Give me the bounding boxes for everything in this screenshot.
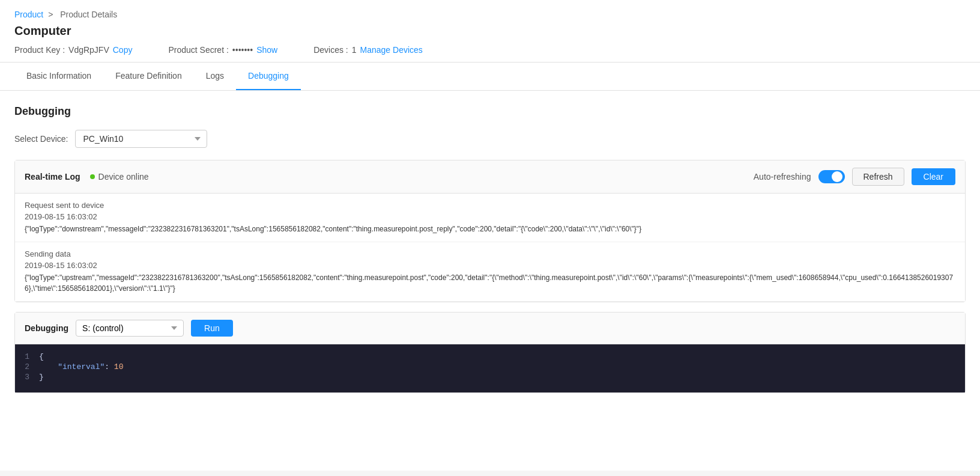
log-time: 2019-08-15 16:03:02: [25, 261, 955, 270]
tab-debugging[interactable]: Debugging: [236, 63, 301, 90]
product-key-item: Product Key : VdgRpJFV Copy: [14, 45, 132, 55]
refresh-button[interactable]: Refresh: [852, 168, 904, 186]
manage-devices-link[interactable]: Manage Devices: [360, 45, 423, 55]
realtime-log-title: Real-time Log: [25, 172, 80, 182]
realtime-log-panel: Real-time Log Device online Auto-refresh…: [14, 160, 966, 302]
show-secret-button[interactable]: Show: [256, 45, 277, 55]
json-colon: :: [104, 362, 114, 371]
header: Product > Product Details Computer Produ…: [0, 0, 980, 63]
clear-button[interactable]: Clear: [912, 168, 955, 185]
product-secret-item: Product Secret : ••••••• Show: [168, 45, 277, 55]
product-secret-label: Product Secret :: [168, 45, 228, 55]
devices-count: 1: [352, 45, 357, 55]
select-device-label: Select Device:: [14, 134, 68, 144]
product-key-value: VdgRpJFV: [68, 45, 109, 55]
debug-bottom-label: Debugging: [25, 323, 68, 333]
json-key: "interval": [58, 362, 104, 371]
line-content: {: [39, 352, 965, 361]
log-area: Request sent to device 2019-08-15 16:03:…: [15, 194, 965, 302]
debug-bottom-header: Debugging S: (control) Run: [15, 313, 965, 344]
realtime-header-right: Auto-refreshing Refresh Clear: [754, 168, 955, 186]
breadcrumb-separator: >: [48, 10, 53, 19]
log-time: 2019-08-15 16:03:02: [25, 212, 955, 221]
breadcrumb: Product > Product Details: [14, 10, 966, 19]
log-type: Sending data: [25, 249, 955, 258]
product-key-label: Product Key :: [14, 45, 65, 55]
product-secret-value: •••••••: [232, 45, 253, 55]
debug-control-select[interactable]: S: (control): [76, 320, 184, 337]
toggle-slider: [818, 170, 845, 183]
code-line-2: 2 "interval": 10: [15, 362, 965, 372]
log-entry: Request sent to device 2019-08-15 16:03:…: [15, 194, 965, 242]
devices-label: Devices :: [313, 45, 348, 55]
tab-feature-definition[interactable]: Feature Definition: [103, 63, 194, 90]
auto-refresh-label: Auto-refreshing: [754, 172, 811, 182]
device-status-text: Device online: [98, 172, 149, 182]
line-content: }: [39, 373, 965, 382]
breadcrumb-current: Product Details: [60, 10, 117, 19]
log-content: {"logType":"upstream","messageId":"23238…: [25, 272, 955, 294]
realtime-log-header: Real-time Log Device online Auto-refresh…: [15, 160, 965, 194]
tab-logs[interactable]: Logs: [194, 63, 236, 90]
device-select[interactable]: PC_Win10: [75, 130, 207, 148]
log-entry: Sending data 2019-08-15 16:03:02 {"logTy…: [15, 242, 965, 302]
auto-refresh-toggle[interactable]: [818, 170, 845, 183]
line-content: "interval": 10: [39, 362, 965, 371]
devices-item: Devices : 1 Manage Devices: [313, 45, 423, 55]
json-value: 10: [114, 362, 124, 371]
breadcrumb-product-link[interactable]: Product: [14, 10, 43, 19]
line-number: 3: [15, 373, 39, 382]
run-button[interactable]: Run: [191, 320, 233, 337]
code-line-3: 3 }: [15, 372, 965, 382]
debug-bottom-panel: Debugging S: (control) Run 1 { 2 "interv…: [14, 312, 966, 393]
select-device-row: Select Device: PC_Win10: [14, 130, 966, 148]
code-editor[interactable]: 1 { 2 "interval": 10 3 }: [15, 344, 965, 392]
copy-button[interactable]: Copy: [113, 45, 133, 55]
debugging-title: Debugging: [14, 105, 966, 118]
line-number: 1: [15, 352, 39, 361]
log-content: {"logType":"downstream","messageId":"232…: [25, 224, 955, 234]
device-status-dot: [90, 174, 95, 179]
page-title: Computer: [14, 24, 966, 38]
code-line-1: 1 {: [15, 352, 965, 362]
tabs-bar: Basic Information Feature Definition Log…: [0, 63, 980, 91]
tab-basic-information[interactable]: Basic Information: [14, 63, 103, 90]
line-number: 2: [15, 362, 39, 371]
main-content: Debugging Select Device: PC_Win10 Real-t…: [0, 91, 980, 471]
product-info-bar: Product Key : VdgRpJFV Copy Product Secr…: [14, 45, 966, 55]
log-type: Request sent to device: [25, 201, 955, 210]
